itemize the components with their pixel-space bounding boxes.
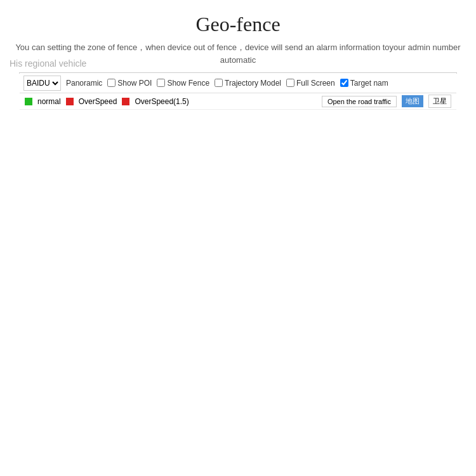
show-fence-label: Show Fence [167,79,209,88]
overspeed-label: OverSpeed [79,97,117,106]
target-name-label: Target nam [350,79,388,88]
trajectory-checkbox[interactable] [215,79,223,87]
show-fence-checkbox[interactable] [157,79,165,87]
panoramic-item: Panoramic [66,79,102,88]
fullscreen-label: Full Screen [296,79,335,88]
target-name-item[interactable]: Target nam [340,79,388,88]
ditu-button[interactable]: 地图 [402,95,423,107]
road-traffic-button[interactable]: Open the road traffic [322,96,397,107]
fullscreen-checkbox[interactable] [286,79,294,87]
satellite-button[interactable]: 卫星 [428,95,451,108]
overspeed15-label: OverSpeed(1.5) [135,97,188,106]
target-name-checkbox[interactable] [340,79,348,87]
normal-label: normal [37,97,61,106]
fullscreen-item[interactable]: Full Screen [286,79,335,88]
overspeed-dot [66,98,74,105]
trajectory-label: Trajectory Model [225,79,281,88]
normal-dot [25,98,32,105]
map-select[interactable]: BAIDU [23,76,61,91]
show-fence-item[interactable]: Show Fence [157,79,209,88]
overspeed15-dot [122,98,129,105]
map-section: BAIDU Panoramic Show POI Show Fence Traj… [19,72,457,74]
map-toolbar: BAIDU Panoramic Show POI Show Fence Traj… [20,73,456,93]
trajectory-item[interactable]: Trajectory Model [215,79,281,88]
panoramic-label: Panoramic [66,79,102,88]
legend-bar: normal OverSpeed OverSpeed(1.5) Open the… [20,93,456,110]
region-label: His regional vehicle [10,58,86,69]
show-poi-checkbox[interactable] [107,79,116,87]
show-poi-item[interactable]: Show POI [107,79,152,88]
page-title: Geo-fence [0,13,476,36]
show-poi-label: Show POI [117,79,152,88]
